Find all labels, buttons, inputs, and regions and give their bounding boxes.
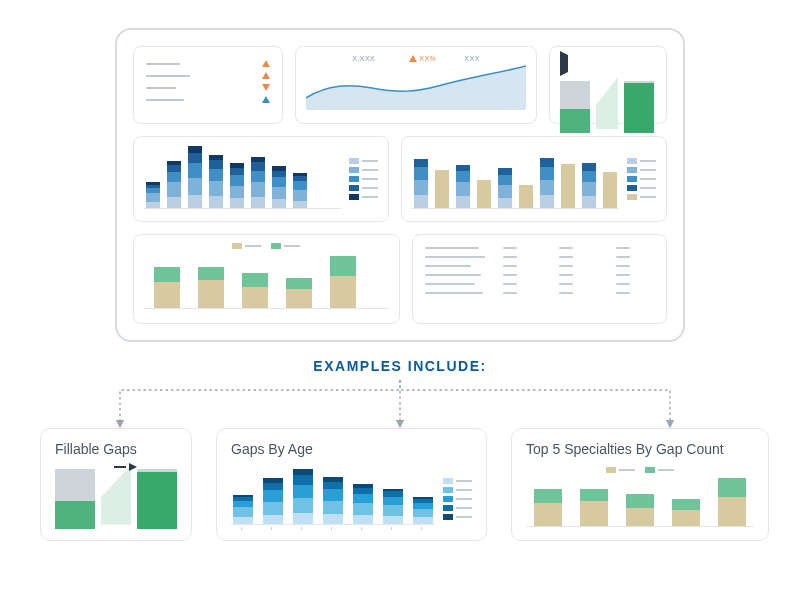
area-right-value: XXX (464, 55, 480, 62)
dash-row-1: X,XXX XX% XXX (133, 46, 667, 124)
area-chart (306, 64, 526, 110)
diagram-stage: X,XXX XX% XXX (0, 0, 800, 600)
example-title: Fillable Gaps (55, 441, 177, 457)
compare-bars-card (549, 46, 667, 124)
tan-green-chart-card (133, 234, 400, 324)
arrow-up-icon (262, 96, 270, 103)
dashboard-mock: X,XXX XX% XXX (115, 28, 685, 342)
arrow-up-icon (262, 60, 270, 67)
example-fillable-gaps: Fillable Gaps (40, 428, 192, 541)
example-title: Top 5 Specialties By Gap Count (526, 441, 754, 457)
dash-row-2 (133, 136, 667, 222)
arrow-right-icon (114, 463, 137, 471)
area-left-value: X,XXX (352, 55, 375, 62)
table-card (412, 234, 667, 324)
example-top5-specialties: Top 5 Specialties By Gap Count (511, 428, 769, 541)
section-heading: EXAMPLES INCLUDE: (313, 358, 486, 374)
grouped-blue-tan-chart-card (401, 136, 667, 222)
area-pct: XX% (419, 55, 436, 62)
example-title: Gaps By Age (231, 441, 472, 457)
placeholder-table (423, 243, 656, 298)
connector-lines (60, 380, 740, 428)
stacked-blue-chart-card (133, 136, 389, 222)
examples-row: Fillable Gaps Gaps By Age Top 5 Specialt… (40, 428, 760, 541)
arrow-up-icon (262, 72, 270, 79)
area-top-values: X,XXX XX% XXX (306, 55, 526, 62)
arrow-up-icon (409, 55, 417, 62)
example-gaps-by-age: Gaps By Age (216, 428, 487, 541)
area-trend-card: X,XXX XX% XXX (295, 46, 537, 124)
metric-list-card (133, 46, 283, 124)
arrow-down-icon (262, 84, 270, 91)
dash-row-3 (133, 234, 667, 324)
arrow-right-icon (560, 55, 656, 73)
